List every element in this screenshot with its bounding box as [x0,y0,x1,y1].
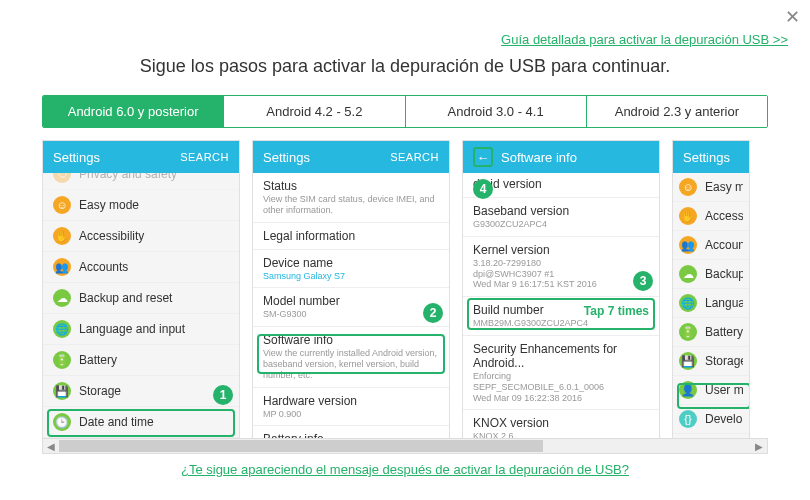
list-item[interactable]: Software infoView the currently installe… [253,327,449,387]
panel1-title: Settings [53,150,100,165]
list-item[interactable]: 🕒Date and time [43,407,239,438]
item-sub: SM-G9300 [263,309,439,320]
item-label: User m [705,383,743,397]
scroll-right-icon[interactable]: ▶ [751,439,767,453]
panel4-header: Settings [673,141,749,173]
item-icon: ✋ [679,207,697,225]
scroll-left-icon[interactable]: ◀ [43,439,59,453]
list-item[interactable]: ☁Backup and reset [43,283,239,314]
item-icon: 🔋 [679,323,697,341]
item-icon: 💾 [53,382,71,400]
tab-android-4[interactable]: Android 4.2 - 5.2 [224,96,405,127]
item-icon: ☺ [679,178,697,196]
list-item[interactable]: 🛡Privacy and safety [43,173,239,190]
list-item[interactable]: Model numberSM-G9300 [253,288,449,327]
back-icon[interactable]: ← [473,147,493,167]
panel2-header: Settings SEARCH [253,141,449,173]
panel2-title: Settings [263,150,310,165]
item-label: Privacy and safety [79,173,177,181]
item-label: Security Enhancements for Android... [473,342,649,370]
list-item[interactable]: {}Develop [673,405,749,434]
scroll-track[interactable] [59,439,751,453]
list-item[interactable]: Security Enhancements for Android...Enfo… [463,336,659,410]
item-label: Accoun [705,238,743,252]
panel1-header: Settings SEARCH [43,141,239,173]
item-label: Storage [705,354,743,368]
item-icon: 👥 [53,258,71,276]
item-sub: View the SIM card status, device IMEI, a… [263,194,439,216]
item-icon: 🛡 [53,173,71,183]
list-item[interactable]: StatusView the SIM card status, device I… [253,173,449,223]
item-label: Accessibility [79,229,144,243]
item-icon: ☁ [53,289,71,307]
item-label: Date and time [79,415,154,429]
item-icon: 🕒 [53,413,71,431]
tap-7-times-label: Tap 7 times [584,304,649,318]
item-label: Hardware version [263,394,439,408]
list-item[interactable]: ☺Easy mode [43,190,239,221]
panel2-search[interactable]: SEARCH [390,151,439,163]
list-item[interactable]: ✋Access [673,202,749,231]
item-label: Status [263,179,439,193]
item-label: Software info [263,333,439,347]
panel4-title: Settings [683,150,730,165]
item-label: Backup and reset [79,291,172,305]
list-item[interactable]: 💾Storage [673,347,749,376]
list-item[interactable]: Legal information [253,223,449,250]
guide-link[interactable]: Guía detallada para activar la depuració… [501,32,788,47]
item-icon: ☺ [53,196,71,214]
item-label: Develop [705,412,743,426]
list-item[interactable]: 💾Storage [43,376,239,407]
list-item[interactable]: 🌐Language and input [43,314,239,345]
item-label: Legal information [263,229,439,243]
item-label: Battery [705,325,743,339]
tab-android-6[interactable]: Android 6.0 y posterior [43,96,224,127]
item-sub: MP 0.900 [263,409,439,420]
horizontal-scrollbar[interactable]: ◀ ▶ [42,438,768,454]
list-item[interactable]: Device nameSamsung Galaxy S7 [253,250,449,289]
scroll-thumb[interactable] [59,440,543,452]
settings-panel-4: Settings ☺Easy m✋Access👥Accoun☁Backup🌐La… [672,140,750,440]
tab-android-2[interactable]: Android 2.3 y anterior [587,96,767,127]
list-item[interactable]: 👥Accoun [673,231,749,260]
item-label: Storage [79,384,121,398]
item-sub: 3.18.20-7299180dpi@SWHC3907 #1Wed Mar 9 … [473,258,649,290]
panel3-header: ← Software info [463,141,659,173]
list-item[interactable]: ☺Easy m [673,173,749,202]
list-item[interactable]: 🔋Battery [673,318,749,347]
list-item[interactable]: KNOX versionKNOX 2.6Standard SDK 5.6.0Pr… [463,410,659,439]
item-icon: 👥 [679,236,697,254]
item-label: Language and input [79,322,185,336]
item-sub: View the currently installed Android ver… [263,348,439,380]
item-icon: ☁ [679,265,697,283]
footer-help-link[interactable]: ¿Te sigue apareciendo el mensaje después… [181,462,629,477]
list-item[interactable]: ☁Backup [673,260,749,289]
page-title: Sigue los pasos para activar la depuraci… [0,56,810,77]
list-item[interactable]: 🔋Battery [43,345,239,376]
tab-android-3[interactable]: Android 3.0 - 4.1 [406,96,587,127]
item-icon: 🌐 [679,294,697,312]
screenshot-scroll-area: Settings SEARCH 🛡Privacy and safety☺Easy… [0,140,810,458]
item-label: Model number [263,294,439,308]
step-badge-3: 3 [633,271,653,291]
item-label: Accounts [79,260,128,274]
list-item[interactable]: 👤User m [673,376,749,405]
panel3-title: Software info [501,150,577,165]
list-item[interactable]: 🌐Langua [673,289,749,318]
settings-panel-1: Settings SEARCH 🛡Privacy and safety☺Easy… [42,140,240,440]
list-item[interactable]: Hardware versionMP 0.900 [253,388,449,427]
item-label: Easy mode [79,198,139,212]
list-item[interactable]: 👥Accounts [43,252,239,283]
item-label: Langua [705,296,743,310]
settings-panel-2: Settings SEARCH StatusView the SIM card … [252,140,450,440]
close-icon[interactable]: ✕ [785,6,800,28]
list-item[interactable]: ✋Accessibility [43,221,239,252]
item-icon: 💾 [679,352,697,370]
step-badge-4: 4 [473,179,493,199]
panel1-search[interactable]: SEARCH [180,151,229,163]
back-arrow-glyph: ← [477,150,490,165]
item-icon: 🌐 [53,320,71,338]
list-item[interactable]: Baseband versionG9300ZCU2APC4 [463,198,659,237]
item-label: Battery [79,353,117,367]
list-item[interactable]: Kernel version3.18.20-7299180dpi@SWHC390… [463,237,659,297]
